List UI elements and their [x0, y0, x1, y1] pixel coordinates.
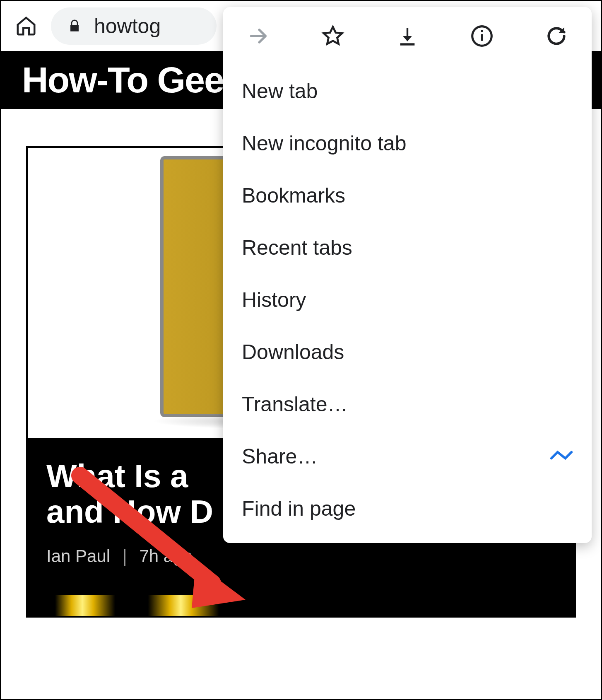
svg-rect-3	[481, 30, 483, 32]
menu-label: New incognito tab	[242, 131, 406, 155]
lock-icon	[67, 18, 82, 34]
menu-item-new-tab[interactable]: New tab	[223, 65, 592, 117]
page-info-button[interactable]	[470, 24, 494, 48]
svg-rect-0	[400, 43, 415, 45]
menu-icon-row	[223, 7, 592, 65]
forward-icon	[248, 25, 269, 47]
reload-icon	[545, 24, 568, 48]
reload-button[interactable]	[544, 24, 569, 48]
menu-label: Find in page	[242, 497, 356, 521]
menu-label: Share…	[242, 444, 318, 468]
menu-item-translate[interactable]: Translate…	[223, 378, 592, 430]
url-bar[interactable]: howtog	[51, 7, 217, 45]
star-icon	[321, 24, 344, 48]
time-ago: 7h ago	[139, 546, 192, 566]
menu-item-bookmarks[interactable]: Bookmarks	[223, 169, 592, 222]
menu-label: New tab	[242, 79, 318, 103]
menu-label: Bookmarks	[242, 183, 345, 208]
menu-item-downloads[interactable]: Downloads	[223, 326, 592, 378]
article-glow	[28, 595, 574, 616]
menu-item-new-incognito[interactable]: New incognito tab	[223, 117, 592, 169]
bookmark-button[interactable]	[320, 24, 345, 48]
menu-label: Translate…	[242, 392, 348, 416]
home-icon	[15, 15, 37, 37]
menu-item-find-in-page[interactable]: Find in page	[223, 483, 592, 535]
forward-button[interactable]	[246, 24, 271, 48]
nearby-share-icon	[550, 444, 573, 468]
url-text: howtog	[94, 14, 161, 38]
menu-item-history[interactable]: History	[223, 274, 592, 326]
menu-item-recent-tabs[interactable]: Recent tabs	[223, 222, 592, 274]
menu-item-share[interactable]: Share…	[223, 430, 592, 483]
author-name: Ian Paul	[46, 546, 110, 566]
info-icon	[470, 24, 494, 48]
download-button[interactable]	[395, 24, 420, 48]
download-icon	[397, 25, 418, 47]
chrome-overflow-menu: New tab New incognito tab Bookmarks Rece…	[223, 7, 592, 543]
menu-label: History	[242, 288, 306, 312]
site-title: How-To Geek	[22, 59, 243, 101]
svg-rect-2	[481, 34, 483, 41]
menu-label: Downloads	[242, 340, 344, 364]
home-button[interactable]	[14, 14, 39, 39]
menu-label: Recent tabs	[242, 236, 352, 260]
article-byline: Ian Paul | 7h ago	[46, 546, 556, 566]
